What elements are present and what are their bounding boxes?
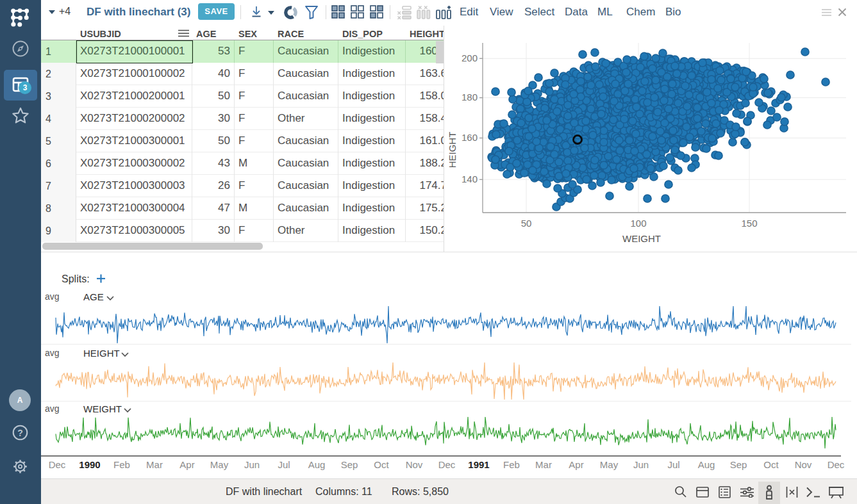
svg-text:avg: avg: [45, 291, 60, 302]
svg-text:AGE: AGE: [83, 291, 104, 302]
svg-text:140: 140: [462, 174, 478, 184]
svg-text:160: 160: [462, 132, 478, 143]
svg-text:Splits:: Splits:: [62, 273, 90, 284]
svg-text:200: 200: [462, 53, 478, 63]
svg-text:Nov: Nov: [795, 459, 812, 470]
svg-text:Apr: Apr: [569, 459, 583, 470]
svg-text:1991: 1991: [468, 459, 489, 470]
svg-text:Dec: Dec: [828, 459, 845, 470]
svg-text:50: 50: [521, 218, 532, 229]
svg-text:Nov: Nov: [406, 459, 423, 470]
svg-text:May: May: [210, 459, 229, 470]
svg-text:Aug: Aug: [308, 459, 326, 470]
svg-text:Sep: Sep: [730, 459, 747, 470]
svg-text:Oct: Oct: [763, 459, 779, 470]
svg-text:WEIGHT: WEIGHT: [83, 403, 122, 414]
svg-text:Dec: Dec: [49, 459, 66, 470]
svg-text:avg: avg: [45, 403, 60, 414]
svg-text:Jul: Jul: [667, 459, 679, 470]
svg-text:Mar: Mar: [535, 459, 552, 470]
svg-text:avg: avg: [45, 348, 60, 358]
svg-text:Sep: Sep: [341, 459, 358, 470]
svg-text:HEIGHT: HEIGHT: [447, 132, 458, 168]
svg-text:100: 100: [630, 218, 646, 229]
svg-text:Feb: Feb: [113, 459, 130, 470]
svg-text:May: May: [600, 459, 619, 470]
svg-text:WEIGHT: WEIGHT: [622, 233, 661, 244]
svg-text:180: 180: [462, 92, 478, 102]
svg-text:Jul: Jul: [278, 459, 290, 470]
svg-text:Jun: Jun: [244, 459, 260, 470]
svg-text:HEIGHT: HEIGHT: [83, 348, 120, 359]
svg-text:Feb: Feb: [503, 459, 520, 470]
svg-text:Jun: Jun: [633, 459, 649, 470]
svg-text:Mar: Mar: [146, 459, 163, 470]
svg-text:Dec: Dec: [438, 459, 456, 470]
svg-text:1990: 1990: [79, 459, 100, 470]
svg-text:Apr: Apr: [179, 459, 194, 470]
svg-text:?: ?: [17, 428, 23, 438]
svg-text:Aug: Aug: [698, 459, 715, 470]
svg-text:150: 150: [741, 218, 757, 229]
svg-text:Oct: Oct: [374, 459, 389, 470]
